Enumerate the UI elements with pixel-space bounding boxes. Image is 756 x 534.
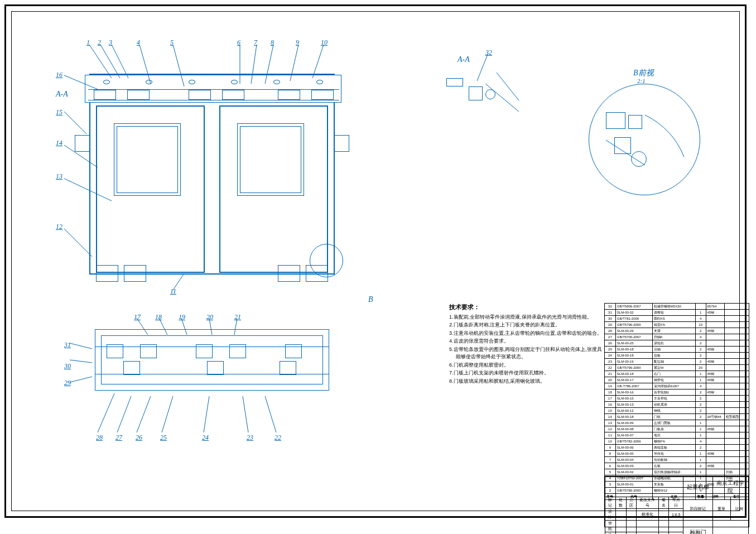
balloon: 18 (155, 314, 162, 320)
balloon: 19 (179, 314, 185, 320)
bom-row: 21SLM-00-18右门145钢 (605, 371, 749, 377)
main-front-view (67, 46, 357, 280)
bom-row: 10GB/T5782-2006螺栓FN4 (605, 439, 749, 445)
balloon: 13 (56, 173, 62, 180)
top-view (73, 318, 351, 418)
svg-line-34 (606, 140, 645, 165)
svg-line-31 (497, 73, 519, 100)
balloon: 10 (321, 39, 328, 46)
right-door-window (237, 123, 304, 196)
title-block: 起重机梯 南京工程学院 标记处数分区 更改文件号签名年月日 阶段标记 重量比例 … (604, 476, 749, 527)
balloon: 20 (206, 314, 213, 320)
section-aa-label: A-A (458, 56, 470, 64)
bom-row: 8SLM-00-05导向轮145钢 (605, 451, 749, 457)
tech-req-item: 2.门板条距离对称,注意上下门板夹脊的距离位置。 (449, 321, 605, 329)
tech-req-title: 技术要求： (449, 302, 605, 312)
tech-req-item: 8.门板玻璃采用粘和胶粘结,采用钢化玻璃。 (449, 378, 605, 386)
door-frame (89, 74, 335, 275)
balloon: 22 (275, 434, 281, 441)
left-door-panel (96, 105, 205, 273)
balloon: 2 (98, 39, 101, 46)
foot-bracket (124, 265, 146, 282)
balloon: 16 (56, 71, 62, 78)
balloon: 4 (137, 39, 140, 46)
bom-row: 16SLM-00-13动机底座2 (605, 402, 749, 408)
bom-row: 5SLM-00-02双列角接触球轴承1外购 (605, 469, 749, 475)
detail-b-view: B前视 2:1 (586, 73, 703, 190)
tech-req-item: 5.齿带轮条放置中的图形,两端分别固定于门挂和从动轮壳体上,张度具能够使齿带始终… (449, 346, 605, 361)
header-rail (85, 75, 341, 103)
bom-row: 22GB/T5796-2000紧定W20 (605, 365, 749, 371)
balloon: 27 (115, 434, 122, 441)
bom-row: 27GB/T5700-2007挡轴K4 (605, 334, 749, 340)
balloon: 5 (170, 39, 174, 46)
balloon: 1 (86, 39, 90, 46)
bom-row: 6SLM-00-03右板245钢 (605, 463, 749, 469)
balloon: 21 (234, 314, 241, 320)
tech-req-item: 7.门板上门机支架的未喷射件使用双孔螺栓。 (449, 369, 605, 377)
balloon: 17 (134, 314, 141, 320)
bom-row: 24SLM-00-18挂板2 (605, 353, 749, 359)
balloon: 29 (64, 379, 71, 386)
foot-bracket (278, 265, 300, 282)
bom-row: 15SLM-00-12钢线2 (605, 408, 749, 414)
side-bracket (334, 135, 349, 152)
balloon: 26 (136, 434, 142, 441)
balloon: 25 (160, 434, 167, 441)
balloon: 6 (237, 39, 240, 46)
school: 南京工程学院 (712, 477, 748, 497)
balloon: 23 (247, 434, 253, 441)
bom-row: 11SLM-00-07地坎1 (605, 432, 749, 439)
detail-b-indicator (310, 244, 343, 277)
bom-row: 30GB/T781-2000圆柱KS4 (605, 316, 749, 322)
bom-row: 19GB-T786-2007深沟球轴承618/74 (605, 383, 749, 389)
bom-row: 13SLM-00-09左轿门面板1 (605, 420, 749, 426)
foot-bracket (96, 265, 118, 282)
detail-b-label: B前视 (633, 69, 654, 77)
bom-row: 29GB/T5796-2000端盖FN10 (605, 322, 749, 328)
tech-req-item: 3.注意吊动机的安装位置,主从齿带轮的轴向位置,齿带和齿轮的啮合。 (449, 330, 605, 338)
bom-row: 17SLM-00-15主齿带轮2 (605, 396, 749, 402)
tech-req-item: 4.齿皮的张度需符合要求。 (449, 338, 605, 345)
balloon: 14 (56, 139, 62, 146)
balloon: 12 (56, 223, 62, 230)
balloon: 8 (271, 39, 274, 46)
bom-row: 32GB/T5806-2007机械带螺栓M5X2065764 (605, 304, 749, 310)
balloon: 28 (96, 434, 103, 441)
bom-row: 14SLM-00-18门轨220号钢44框型截型 (605, 414, 749, 420)
balloon: 24 (202, 434, 209, 441)
right-door-panel (219, 105, 328, 273)
detail-b-marker: B (368, 296, 373, 304)
balloon: 31 (64, 341, 71, 348)
bom-row: 23SLM-00-19配位轴245钢 (605, 359, 749, 365)
side-bracket (75, 135, 90, 152)
bom-row: 31SLM-00-32调整轮145钢 (605, 310, 749, 316)
balloon: 30 (64, 363, 71, 369)
tech-req-item: 6.门机调整使用粘胶密封。 (449, 362, 605, 369)
balloon: 3 (109, 39, 112, 46)
left-door-window (114, 123, 181, 196)
bom-row: 18SLM-00-16齿带轮轴1245钢 (605, 389, 749, 396)
section-a-a-view: A-A (441, 56, 536, 128)
balloon: 32 (485, 49, 492, 56)
balloon: 15 (56, 109, 62, 116)
dwg-title2: 厢厢门 (683, 521, 713, 535)
balloon: 11 (170, 288, 176, 295)
bom-row: 9SLM-00-06两端盖板2 (605, 445, 749, 451)
dwg-number: SLM-00 (712, 521, 748, 535)
balloon: 7 (254, 39, 257, 46)
tech-req-item: 1.装配前,全部转动零件涂润滑液,保持承载件的光滑与润滑性能。 (449, 314, 605, 321)
bom-row: 28SLM-00-29支撑245钢 (605, 328, 749, 334)
bom-row: 12SLM-00-08门板条145钢 (605, 426, 749, 432)
technical-requirements: 技术要求： 1.装配前,全部转动零件涂润滑液,保持承载件的光滑与润滑性能。2.门… (449, 302, 605, 386)
bom-row: 7SLM-00-04传动板轴1 (605, 457, 749, 463)
dwg-title1: 起重机梯 (683, 477, 713, 497)
bom-row: 20SLM-00-17钢带轮145钢 (605, 377, 749, 383)
bom-table: 32GB/T5806-2007机械带螺栓M5X206576431SLM-00-3… (604, 303, 749, 500)
bom-row: 26SLM-00-25滚轮柱2 (605, 340, 749, 347)
bom-row: 25SLM-00-18活轴245钢 (605, 347, 749, 353)
section-a-a-marker: A-A (56, 90, 68, 98)
balloon: 9 (296, 39, 299, 46)
